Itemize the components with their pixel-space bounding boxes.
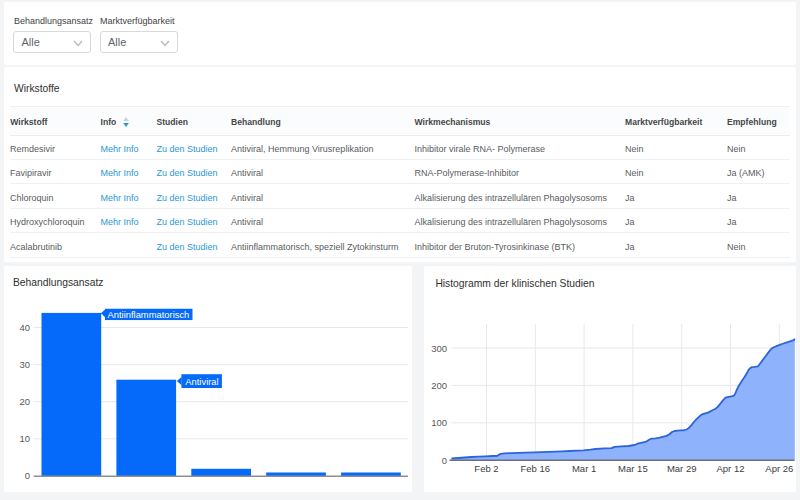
svg-text:30: 30 [19,359,30,370]
svg-text:Antiinflammatorisch: Antiinflammatorisch [108,309,190,320]
svg-text:0: 0 [25,470,30,481]
svg-text:Behandlungsansatz: Behandlungsansatz [13,277,103,288]
svg-text:Mar 29: Mar 29 [666,463,696,474]
svg-text:100: 100 [431,417,447,428]
svg-text:Histogramm der klinischen Stud: Histogramm der klinischen Studien [435,278,594,289]
svg-text:Feb 16: Feb 16 [520,463,550,474]
svg-text:300: 300 [431,343,447,354]
svg-text:Apr 12: Apr 12 [716,463,744,474]
svg-text:Antiviral: Antiviral [185,376,218,387]
svg-text:Apr 26: Apr 26 [765,463,793,474]
svg-text:Mar 15: Mar 15 [618,463,648,474]
svg-text:10: 10 [19,433,30,444]
svg-text:200: 200 [431,380,447,391]
svg-text:0: 0 [441,455,446,466]
svg-text:Mar 1: Mar 1 [571,463,595,474]
svg-text:20: 20 [19,396,30,407]
svg-text:Feb 2: Feb 2 [474,463,498,474]
svg-text:40: 40 [19,322,30,333]
